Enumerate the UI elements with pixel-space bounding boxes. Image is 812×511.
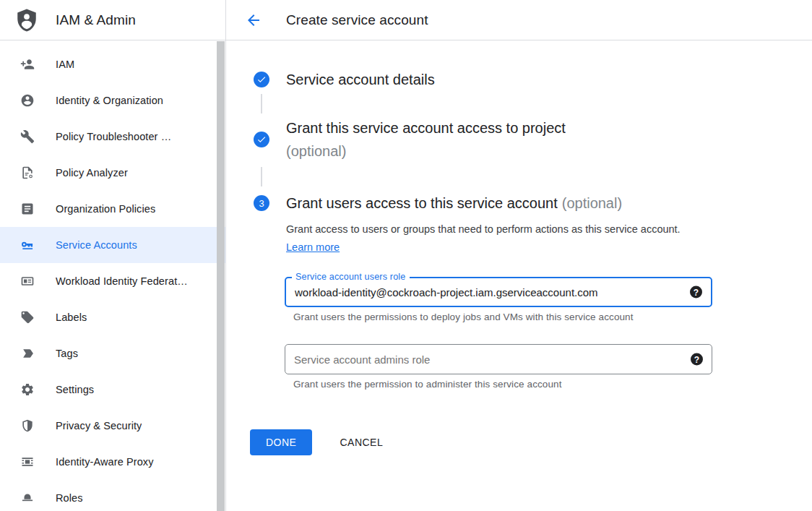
sidebar-item-label: IAM — [56, 59, 74, 70]
help-icon[interactable]: ? — [691, 353, 703, 366]
sidebar-item-workload-identity-federat[interactable]: Workload Identity Federat… — [0, 263, 225, 299]
admins-role-field: ? — [285, 344, 712, 374]
step-3-number-badge[interactable]: 3 — [254, 195, 269, 211]
label-arrow-icon — [20, 346, 35, 361]
users-role-input[interactable] — [286, 278, 711, 306]
content: Service account details Grant this servi… — [226, 40, 812, 511]
step-2: Grant this service account access to pro… — [226, 116, 812, 163]
sidebar-item-label: Service Accounts — [56, 239, 137, 251]
sidebar-item-label: Labels — [56, 312, 87, 323]
learn-more-link[interactable]: Learn more — [286, 241, 340, 253]
users-role-label: Service account users role — [292, 272, 410, 282]
sidebar-item-label: Workload Identity Federat… — [56, 275, 188, 287]
sidebar-item-policy-analyzer[interactable]: Policy Analyzer — [0, 155, 225, 191]
shield-icon — [20, 418, 35, 433]
step-2-optional-label: (optional) — [286, 139, 566, 163]
admins-role-input[interactable] — [285, 345, 712, 374]
step-3: 3 Grant users access to this service acc… — [226, 192, 812, 215]
cancel-button[interactable]: CANCEL — [334, 429, 389, 455]
step-2-complete-icon[interactable] — [254, 132, 269, 147]
sidebar-item-label: Privacy & Security — [56, 420, 142, 431]
iam-admin-shield-icon — [14, 7, 39, 34]
sidebar-header: IAM & Admin — [0, 0, 225, 40]
step-connector — [261, 167, 262, 186]
sidebar-item-settings[interactable]: Settings — [0, 372, 225, 408]
tag-icon — [20, 310, 35, 325]
policy-analyzer-icon — [20, 166, 35, 180]
badge-card-icon — [20, 274, 35, 288]
step-1-title: Service account details — [286, 68, 435, 91]
actions-row: DONE CANCEL — [250, 429, 812, 455]
done-button[interactable]: DONE — [250, 429, 312, 455]
sidebar-item-iam[interactable]: IAM — [0, 46, 225, 82]
sidebar-item-service-accounts[interactable]: Service Accounts — [0, 227, 225, 263]
sidebar-item-label: Identity & Organization — [56, 95, 163, 106]
sidebar-item-labels[interactable]: Labels — [0, 299, 225, 335]
sidebar-item-label: Organization Policies — [56, 203, 155, 215]
sidebar-item-label: Policy Analyzer — [56, 167, 128, 179]
sidebar-nav: IAMIdentity & OrganizationPolicy Trouble… — [0, 40, 225, 511]
roles-hat-icon — [20, 491, 35, 505]
service-account-key-icon — [20, 238, 35, 252]
sidebar-item-identity-organization[interactable]: Identity & Organization — [0, 82, 225, 119]
sidebar-item-label: Tags — [56, 348, 78, 359]
step-3-description: Grant access to users or groups that nee… — [286, 220, 688, 257]
proxy-icon — [20, 455, 35, 469]
page-title: Create service account — [286, 12, 428, 28]
step-1: Service account details — [226, 68, 812, 91]
admins-role-helper-text: Grant users the permission to administer… — [293, 379, 812, 390]
sidebar-item-label: Policy Troubleshooter … — [56, 131, 171, 142]
step-3-optional-label: (optional) — [562, 195, 622, 211]
help-icon[interactable]: ? — [690, 286, 702, 299]
sidebar-item-label: Identity-Aware Proxy — [56, 456, 154, 468]
step-3-title: Grant users access to this service accou… — [286, 192, 622, 215]
sidebar-item-label: Roles — [56, 492, 83, 504]
sidebar-scrollbar[interactable] — [217, 41, 225, 511]
step-1-complete-icon[interactable] — [254, 72, 269, 87]
sidebar-item-organization-policies[interactable]: Organization Policies — [0, 191, 225, 227]
sidebar-item-identity-aware-proxy[interactable]: Identity-Aware Proxy — [0, 444, 225, 480]
sidebar-item-tags[interactable]: Tags — [0, 335, 225, 372]
back-button[interactable] — [245, 12, 262, 29]
scrollbar-thumb[interactable] — [217, 41, 225, 511]
wrench-icon — [20, 129, 35, 144]
gear-icon — [20, 382, 35, 397]
sidebar-item-label: Settings — [56, 384, 94, 395]
page-header: Create service account — [226, 0, 812, 40]
app: IAM & Admin IAMIdentity & OrganizationPo… — [0, 0, 812, 511]
users-role-helper-text: Grant users the permissions to deploy jo… — [293, 312, 812, 322]
step-connector — [261, 94, 262, 113]
sidebar-item-policy-troubleshooter[interactable]: Policy Troubleshooter … — [0, 119, 225, 155]
back-arrow-icon — [245, 12, 262, 29]
account-circle-icon — [20, 93, 35, 108]
person-add-icon — [20, 57, 35, 72]
sidebar-title: IAM & Admin — [56, 12, 136, 28]
main-panel: Create service account Service account d… — [226, 0, 812, 511]
sidebar-item-privacy-security[interactable]: Privacy & Security — [0, 408, 225, 444]
sidebar: IAM & Admin IAMIdentity & OrganizationPo… — [0, 0, 226, 511]
users-role-field: Service account users role ? — [285, 277, 712, 307]
article-icon — [20, 202, 35, 216]
sidebar-item-roles[interactable]: Roles — [0, 480, 225, 511]
step-2-title: Grant this service account access to pro… — [286, 116, 566, 163]
